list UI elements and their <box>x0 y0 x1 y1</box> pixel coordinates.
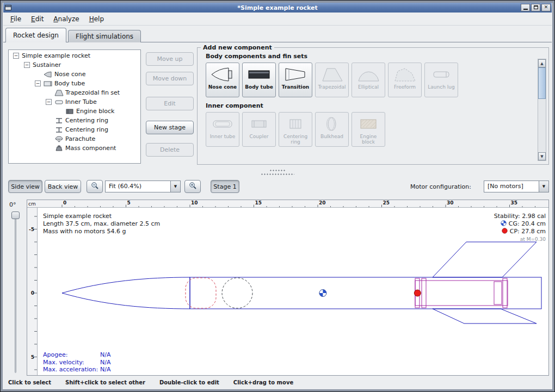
scroll-down-button[interactable]: ▼ <box>538 152 546 160</box>
menubar: FileEditAnalyzeHelp <box>3 13 552 26</box>
palette-button-nose-cone[interactable]: Nose cone <box>206 63 239 97</box>
engine-block-icon <box>356 116 380 132</box>
tree-item-inner-tube[interactable]: −Inner Tube <box>9 97 140 107</box>
flight-stat-row: Max. acceleration:N/A <box>43 366 110 374</box>
tree-item-label: Sustainer <box>33 61 61 69</box>
button-label: Move up <box>157 55 183 63</box>
palette-body: Body components and fin setsNose coneBod… <box>198 53 548 147</box>
palette-button-transition[interactable]: Transition <box>279 63 312 97</box>
palette-button-label: Inner tube <box>209 134 237 139</box>
tab-rocket-design[interactable]: Rocket design <box>5 28 66 42</box>
tree-item-sustainer[interactable]: −Sustainer <box>9 60 140 70</box>
palette-button-elliptical: Elliptical <box>351 63 385 97</box>
svg-text:0: 0 <box>63 200 66 206</box>
close-icon: ✕ <box>544 5 548 10</box>
rotation-slider-track[interactable] <box>15 213 16 373</box>
palette-scrollbar[interactable]: ▲ ▼ <box>538 59 546 161</box>
trapezoidal-icon <box>320 66 344 83</box>
rotation-slider-thumb[interactable] <box>11 211 20 219</box>
titlebar[interactable]: *Simple example rocket ✕ <box>3 3 552 13</box>
tree-item-label: Nose cone <box>54 71 85 78</box>
motor-configuration-value: [No motors] <box>484 181 539 192</box>
palette-button-label: Transition <box>281 84 311 90</box>
palette-row: Nose coneBody tubeTransitionTrapezoidalE… <box>206 63 548 97</box>
engine-block-icon <box>65 108 76 115</box>
zoom-in-button[interactable] <box>184 180 201 193</box>
menu-help[interactable]: Help <box>84 14 109 24</box>
tree-item-label: Simple example rocket <box>22 52 90 59</box>
tree-item-label: Mass component <box>65 145 116 152</box>
tree-item-centering-ring[interactable]: Centering ring <box>9 116 140 125</box>
flight-stat-value: N/A <box>100 359 110 366</box>
svg-text:35: 35 <box>511 200 518 206</box>
tab-bar: Rocket designFlight simulations <box>5 28 141 42</box>
palette-button-centering-ring: Centering ring <box>279 112 312 147</box>
tree-item-engine-block[interactable]: Engine block <box>9 107 140 116</box>
maximize-button[interactable] <box>531 4 540 11</box>
rocket-dimensions: Length 37.5 cm, max. diameter 2.5 cm <box>43 220 160 228</box>
palette-group-title: Inner component <box>206 102 548 109</box>
tab-flight-simulations[interactable]: Flight simulations <box>68 30 141 42</box>
zoom-out-button[interactable] <box>87 180 103 193</box>
tree-expander-icon[interactable]: − <box>24 62 30 68</box>
nose-cone-icon <box>211 66 235 83</box>
tree-item-centering-ring[interactable]: Centering ring <box>9 125 140 134</box>
menu-analyze[interactable]: Analyze <box>48 14 84 24</box>
tree-item-label: Engine block <box>76 108 114 115</box>
mass-icon <box>54 145 65 152</box>
tree-expander-icon[interactable]: − <box>13 53 19 59</box>
tree-item-label: Trapezoidal fin set <box>65 89 120 96</box>
tree-item-nose-cone[interactable]: Nose cone <box>9 70 140 79</box>
inner-tube-icon <box>211 116 235 132</box>
maximize-icon <box>534 5 538 9</box>
tree-item-label: Centering ring <box>65 126 108 133</box>
tree-item-label: Inner Tube <box>65 98 97 105</box>
tree-item-body-tube[interactable]: −Body tube <box>9 79 140 88</box>
new-stage-button[interactable]: New stage <box>146 121 194 134</box>
svg-text:-5: -5 <box>29 227 34 232</box>
flight-stat-row: Apogee:N/A <box>43 351 110 359</box>
body-tube-icon <box>44 80 54 87</box>
status-hint: Shift+click to select other <box>65 379 145 385</box>
menu-file[interactable]: File <box>5 14 26 24</box>
palette-button-label: Body tube <box>244 84 274 90</box>
palette-button-body-tube[interactable]: Body tube <box>242 63 276 97</box>
tree-item-trapezoidal-fin-set[interactable]: Trapezoidal fin set <box>9 88 140 97</box>
minimize-button[interactable] <box>521 4 530 11</box>
move-down-button: Move down <box>146 72 194 85</box>
chevron-down-icon[interactable]: ▼ <box>170 181 180 192</box>
side-view-button[interactable]: Side view <box>8 180 42 193</box>
fin-icon <box>54 90 65 96</box>
tree-expander-icon[interactable]: − <box>46 99 52 105</box>
close-button[interactable]: ✕ <box>541 4 551 11</box>
edit-button: Edit <box>146 97 194 110</box>
splitter-grip <box>261 173 294 175</box>
zoom-select[interactable]: Fit (60.4%) ▼ <box>105 181 181 192</box>
tree-item-parachute[interactable]: Parachute <box>9 134 140 144</box>
rocket-name: Simple example rocket <box>43 213 160 220</box>
splitter-handle[interactable] <box>3 167 552 178</box>
back-view-button[interactable]: Back view <box>45 180 81 193</box>
cg-icon <box>501 220 507 228</box>
flight-stat-label: Max. acceleration: <box>43 366 100 374</box>
scrollbar-thumb[interactable] <box>538 67 546 99</box>
stage-1-toggle[interactable]: Stage 1 <box>211 180 239 193</box>
palette-button-label: Freeform <box>393 84 417 90</box>
cg-text: CG: 20.4 cm <box>494 220 546 228</box>
button-label: Edit <box>164 100 175 107</box>
tab-label: Rocket design <box>13 32 59 39</box>
scroll-up-button[interactable]: ▲ <box>538 59 546 67</box>
tree-item-mass-component[interactable]: Mass component <box>9 144 140 153</box>
tree-item-simple-example-rocket[interactable]: −Simple example rocket <box>9 51 140 60</box>
freeform-icon <box>393 66 417 83</box>
elliptical-icon <box>356 66 380 83</box>
status-bar: Click to selectShift+click to select oth… <box>8 379 307 385</box>
palette-button-label: Coupler <box>249 134 270 139</box>
window-menu-icon[interactable] <box>5 5 11 10</box>
motor-configuration-select[interactable]: [No motors] ▼ <box>484 181 549 192</box>
menu-edit[interactable]: Edit <box>26 14 48 24</box>
chevron-down-icon[interactable]: ▼ <box>539 181 548 192</box>
mach-text: at M=0.30 <box>494 236 546 244</box>
component-tree[interactable]: −Simple example rocket−SustainerNose con… <box>8 49 141 164</box>
tree-expander-icon[interactable]: − <box>35 80 41 86</box>
